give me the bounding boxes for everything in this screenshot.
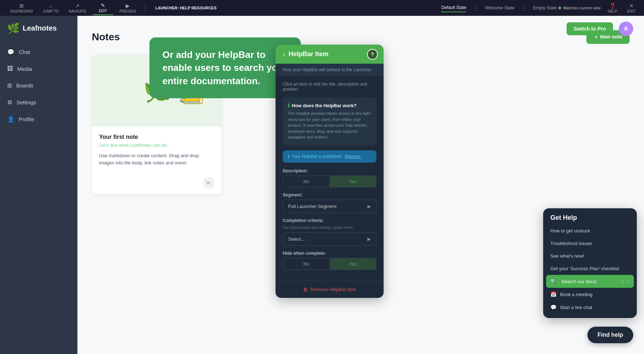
- helpbar-question-button[interactable]: ?: [367, 49, 378, 60]
- chat-icon: 💬: [7, 49, 14, 55]
- helpbar-instruction: Click an item to edit the title, descrip…: [283, 82, 376, 92]
- helpbar-subtitle: How your HelpBar will behave in the Laun…: [276, 64, 384, 76]
- note-card-footer: ✏: [92, 173, 222, 194]
- get-help-widget: Get Help How to get unstuck Troubleshoot…: [543, 208, 637, 318]
- completion-label: Completion criteria:: [283, 218, 376, 223]
- get-help-item-unstuck[interactable]: How to get unstuck: [546, 224, 634, 237]
- help-toolbar-btn[interactable]: ❓ HELP: [605, 1, 620, 15]
- navigate-icon: ↗: [75, 3, 80, 9]
- dashboard-btn[interactable]: ⊞ DASHBOARD: [6, 1, 37, 15]
- edit-icon: ✎: [101, 3, 105, 8]
- find-help-button[interactable]: Find help: [587, 327, 633, 343]
- manage-link[interactable]: Manage.: [345, 154, 362, 159]
- info-icon: ℹ: [288, 103, 290, 108]
- completion-select[interactable]: Select... ▶: [283, 232, 376, 246]
- hide-toggle: No Yes: [283, 258, 376, 270]
- sidebar-logo: 🌿 Leafnotes: [0, 16, 77, 41]
- segment-label: Segment:: [283, 192, 376, 198]
- logo-text: Leafnotes: [23, 24, 57, 32]
- note-card-body: Your first note Let's see what LeafNotes…: [92, 127, 222, 173]
- description-label: Description:: [283, 168, 376, 173]
- description-no-btn[interactable]: No: [283, 176, 330, 187]
- help-icon: ❓: [609, 3, 616, 9]
- notes-header-bar: Switch to Pro A: [556, 16, 644, 42]
- sidebar-item-media[interactable]: 🖼 Media: [0, 60, 77, 77]
- avatar[interactable]: A: [619, 22, 633, 36]
- helpbar-remove-section: 🗑 Remove HelpBar item: [276, 281, 384, 298]
- expand-arrows-icon: ∧∨: [621, 279, 630, 284]
- note-card-subtitle: Let's see what LeafNotes can do...: [99, 142, 214, 148]
- helpbar-panel-header: ‹ HelpBar Item ?: [276, 45, 384, 64]
- sidebar-item-chat[interactable]: 💬 Chat: [0, 44, 77, 60]
- description-toggle: No Yes: [283, 176, 376, 187]
- dashboard-icon: ⊞: [19, 3, 24, 9]
- preview-icon: ▶: [126, 3, 130, 9]
- hide-no-btn[interactable]: No: [283, 258, 330, 269]
- segment-arrow-icon: ▶: [367, 204, 371, 209]
- sidebar-item-profile[interactable]: 👤 Profile: [0, 111, 77, 128]
- profile-icon: 👤: [7, 116, 14, 123]
- get-help-item-book-meeting[interactable]: 📅 Book a meeting: [546, 288, 634, 301]
- tab-bar: Default State | Welcome State | Empty St…: [441, 4, 556, 12]
- search-docs-icon: 🔍: [550, 278, 556, 284]
- main-layout: 🌿 Leafnotes 💬 Chat 🖼 Media ⊞ Boards ⚙ Se…: [0, 16, 644, 354]
- get-help-item-troubleshoot[interactable]: Troubleshoot issues: [546, 237, 634, 250]
- helpbar-faq-text: The HelpBar provides faster access to th…: [288, 110, 371, 140]
- sidebar: 🌿 Leafnotes 💬 Chat 🖼 Media ⊞ Boards ⚙ Se…: [0, 16, 77, 354]
- description-yes-btn[interactable]: Yes: [330, 176, 376, 187]
- navigate-btn[interactable]: ↗ NAVIGATE: [64, 1, 91, 15]
- toolbar-right: Matches current view ❓ HELP ✕ EXIT: [558, 1, 638, 15]
- get-help-item-search-docs[interactable]: 🔍 Search our docs! ∧∨: [546, 275, 634, 288]
- media-icon: 🖼: [7, 65, 13, 72]
- matches-badge: Matches current view: [558, 6, 601, 10]
- helpbar-content: Click an item to edit the title, descrip…: [276, 76, 384, 281]
- hide-label: Hide when complete:: [283, 251, 376, 256]
- settings-icon: ⚙: [7, 99, 12, 106]
- toolbar-title: LAUNCHER: HELP RESOURCES: [155, 6, 440, 10]
- sidebar-nav: 💬 Chat 🖼 Media ⊞ Boards ⚙ Settings 👤 Pro…: [0, 41, 77, 354]
- content-area: Switch to Pro A Notes ＋ New note 🌿 📒 You…: [77, 16, 644, 354]
- preview-btn[interactable]: ▶ PREVIEW: [115, 1, 140, 15]
- get-help-item-success-plan[interactable]: Get your 'Success Plan' checklist: [546, 262, 634, 275]
- get-help-header: Get Help: [543, 208, 637, 224]
- helpbar-published-bar: ℹ Your HelpBar is published. Manage.: [283, 150, 376, 163]
- helpbar-back-button[interactable]: ‹: [283, 50, 285, 58]
- edit-btn[interactable]: ✎ EDIT: [92, 1, 114, 15]
- completion-hint: For checkmarks and hiding. Learn more.: [283, 225, 376, 230]
- tab-default[interactable]: Default State: [441, 4, 466, 12]
- helpbar-title: HelpBar Item: [289, 50, 328, 58]
- hide-yes-btn[interactable]: Yes: [330, 258, 376, 269]
- get-help-item-whats-new[interactable]: See what's new!: [546, 250, 634, 262]
- exit-toolbar-btn[interactable]: ✕ EXIT: [625, 1, 638, 15]
- tab-empty[interactable]: Empty State: [533, 4, 556, 12]
- jump-to-icon: ⌕: [49, 3, 52, 9]
- sidebar-item-boards[interactable]: ⊞ Boards: [0, 77, 77, 94]
- note-card-title: Your first note: [99, 134, 214, 140]
- completion-arrow-icon: ▶: [367, 236, 371, 242]
- calendar-icon: 📅: [550, 291, 556, 297]
- info-icon-2: ℹ: [288, 154, 290, 159]
- segment-select[interactable]: Full Launcher Segment ▶: [283, 200, 376, 213]
- exit-icon: ✕: [629, 3, 634, 9]
- page-title: Notes: [92, 31, 120, 43]
- get-help-list: How to get unstuck Troubleshoot issues S…: [543, 224, 637, 318]
- sidebar-item-settings[interactable]: ⚙ Settings: [0, 94, 77, 111]
- logo-icon: 🌿: [7, 22, 20, 34]
- tab-welcome[interactable]: Welcome State: [485, 4, 514, 12]
- switch-to-pro-button[interactable]: Switch to Pro: [567, 22, 613, 35]
- helpbar-panel: ‹ HelpBar Item ? How your HelpBar will b…: [276, 45, 384, 298]
- trash-icon: 🗑: [303, 287, 308, 292]
- edit-note-button[interactable]: ✏: [203, 177, 214, 189]
- helpbar-faq-item: ℹ How does the HelpBar work? The HelpBar…: [283, 97, 376, 145]
- boards-icon: ⊞: [7, 82, 12, 89]
- get-help-item-live-chat[interactable]: 💬 Start a live chat: [546, 301, 634, 314]
- chat-bubble-icon: 💬: [550, 304, 556, 310]
- note-card-text: Use markdown to create content. Drag and…: [99, 152, 214, 166]
- status-dot: [558, 6, 561, 9]
- remove-helpbar-button[interactable]: 🗑 Remove HelpBar item: [281, 287, 378, 292]
- jump-to-btn[interactable]: ⌕ JUMP TO: [39, 1, 63, 15]
- helpbar-faq-title: ℹ How does the HelpBar work?: [288, 103, 371, 108]
- top-toolbar: ⊞ DASHBOARD ⌕ JUMP TO ↗ NAVIGATE ✎ EDIT …: [0, 0, 644, 16]
